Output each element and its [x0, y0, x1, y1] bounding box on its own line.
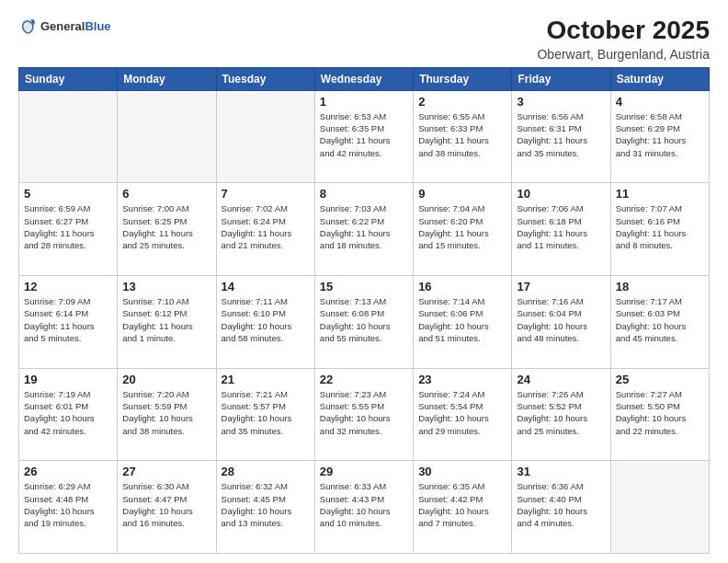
calendar-day-header: Sunday: [19, 67, 118, 90]
day-info: Sunrise: 7:06 AM Sunset: 6:18 PM Dayligh…: [517, 202, 605, 251]
calendar-day-cell: 6Sunrise: 7:00 AM Sunset: 6:25 PM Daylig…: [118, 183, 216, 276]
day-number: 27: [122, 465, 210, 478]
calendar-day-cell: [19, 90, 118, 183]
day-number: 24: [517, 373, 605, 386]
day-info: Sunrise: 7:16 AM Sunset: 6:04 PM Dayligh…: [517, 295, 605, 344]
day-number: 2: [418, 95, 506, 109]
day-info: Sunrise: 7:27 AM Sunset: 5:50 PM Dayligh…: [616, 388, 704, 437]
day-number: 7: [222, 187, 310, 201]
calendar-table: SundayMondayTuesdayWednesdayThursdayFrid…: [18, 67, 710, 554]
logo-text-block: GeneralBlue: [40, 17, 111, 34]
day-info: Sunrise: 7:14 AM Sunset: 6:06 PM Dayligh…: [418, 295, 506, 344]
calendar-day-cell: 5Sunrise: 6:59 AM Sunset: 6:27 PM Daylig…: [19, 183, 118, 276]
page: GeneralBlue October 2025 Oberwart, Burge…: [0, 0, 728, 563]
day-info: Sunrise: 7:21 AM Sunset: 5:57 PM Dayligh…: [222, 388, 310, 437]
calendar-day-cell: 10Sunrise: 7:06 AM Sunset: 6:18 PM Dayli…: [512, 183, 610, 276]
day-info: Sunrise: 7:03 AM Sunset: 6:22 PM Dayligh…: [320, 202, 408, 251]
day-number: 31: [517, 465, 605, 478]
day-info: Sunrise: 6:58 AM Sunset: 6:29 PM Dayligh…: [616, 110, 704, 159]
day-number: 21: [222, 373, 310, 386]
header: GeneralBlue October 2025 Oberwart, Burge…: [18, 17, 710, 62]
calendar-day-cell: 7Sunrise: 7:02 AM Sunset: 6:24 PM Daylig…: [216, 183, 314, 276]
day-number: 10: [517, 187, 605, 201]
subtitle: Oberwart, Burgenland, Austria: [537, 47, 710, 62]
day-number: 14: [222, 280, 310, 293]
calendar-day-cell: 1Sunrise: 6:53 AM Sunset: 6:35 PM Daylig…: [314, 90, 413, 183]
day-info: Sunrise: 7:02 AM Sunset: 6:24 PM Dayligh…: [222, 202, 310, 251]
day-number: 19: [24, 373, 112, 386]
calendar-week-row: 12Sunrise: 7:09 AM Sunset: 6:14 PM Dayli…: [19, 276, 710, 369]
day-info: Sunrise: 7:23 AM Sunset: 5:55 PM Dayligh…: [320, 388, 408, 437]
day-info: Sunrise: 7:26 AM Sunset: 5:52 PM Dayligh…: [517, 388, 605, 437]
calendar-day-header: Saturday: [610, 67, 709, 90]
calendar-day-cell: 13Sunrise: 7:10 AM Sunset: 6:12 PM Dayli…: [118, 276, 216, 369]
calendar-day-cell: 3Sunrise: 6:56 AM Sunset: 6:31 PM Daylig…: [512, 90, 610, 183]
day-number: 4: [616, 95, 704, 109]
calendar-week-row: 26Sunrise: 6:29 AM Sunset: 4:48 PM Dayli…: [19, 461, 710, 554]
day-info: Sunrise: 7:11 AM Sunset: 6:10 PM Dayligh…: [222, 295, 310, 344]
day-number: 11: [616, 187, 704, 201]
day-info: Sunrise: 6:55 AM Sunset: 6:33 PM Dayligh…: [418, 110, 506, 159]
calendar-day-cell: 16Sunrise: 7:14 AM Sunset: 6:06 PM Dayli…: [414, 276, 512, 369]
day-info: Sunrise: 7:07 AM Sunset: 6:16 PM Dayligh…: [616, 202, 704, 251]
day-number: 12: [24, 280, 112, 293]
day-info: Sunrise: 6:32 AM Sunset: 4:45 PM Dayligh…: [222, 480, 310, 529]
day-info: Sunrise: 6:29 AM Sunset: 4:48 PM Dayligh…: [24, 480, 112, 529]
calendar-day-cell: 2Sunrise: 6:55 AM Sunset: 6:33 PM Daylig…: [414, 90, 512, 183]
day-info: Sunrise: 7:24 AM Sunset: 5:54 PM Dayligh…: [418, 388, 506, 437]
day-info: Sunrise: 6:33 AM Sunset: 4:43 PM Dayligh…: [320, 480, 408, 529]
calendar-day-header: Thursday: [414, 67, 512, 90]
calendar-day-cell: 26Sunrise: 6:29 AM Sunset: 4:48 PM Dayli…: [19, 461, 118, 554]
day-number: 3: [517, 95, 605, 109]
day-info: Sunrise: 7:04 AM Sunset: 6:20 PM Dayligh…: [418, 202, 506, 251]
calendar-day-cell: 23Sunrise: 7:24 AM Sunset: 5:54 PM Dayli…: [414, 368, 512, 461]
day-number: 22: [320, 373, 408, 386]
day-info: Sunrise: 6:36 AM Sunset: 4:40 PM Dayligh…: [517, 480, 605, 529]
day-info: Sunrise: 7:09 AM Sunset: 6:14 PM Dayligh…: [24, 295, 112, 344]
calendar-day-cell: 28Sunrise: 6:32 AM Sunset: 4:45 PM Dayli…: [216, 461, 314, 554]
day-number: 6: [122, 187, 210, 201]
day-number: 1: [320, 95, 408, 109]
calendar-day-cell: 29Sunrise: 6:33 AM Sunset: 4:43 PM Dayli…: [314, 461, 413, 554]
calendar-day-cell: 4Sunrise: 6:58 AM Sunset: 6:29 PM Daylig…: [610, 90, 709, 183]
calendar-day-cell: 20Sunrise: 7:20 AM Sunset: 5:59 PM Dayli…: [118, 368, 216, 461]
calendar-day-header: Tuesday: [216, 67, 314, 90]
calendar-day-cell: [610, 461, 709, 554]
day-number: 17: [517, 280, 605, 293]
calendar-day-cell: 18Sunrise: 7:17 AM Sunset: 6:03 PM Dayli…: [610, 276, 709, 369]
day-info: Sunrise: 7:13 AM Sunset: 6:08 PM Dayligh…: [320, 295, 408, 344]
calendar-day-cell: 19Sunrise: 7:19 AM Sunset: 6:01 PM Dayli…: [19, 368, 118, 461]
day-info: Sunrise: 6:59 AM Sunset: 6:27 PM Dayligh…: [24, 202, 112, 251]
calendar-week-row: 5Sunrise: 6:59 AM Sunset: 6:27 PM Daylig…: [19, 183, 710, 276]
calendar-day-cell: 12Sunrise: 7:09 AM Sunset: 6:14 PM Dayli…: [19, 276, 118, 369]
day-info: Sunrise: 7:00 AM Sunset: 6:25 PM Dayligh…: [122, 202, 210, 251]
day-number: 23: [418, 373, 506, 386]
calendar-day-header: Friday: [512, 67, 610, 90]
day-number: 8: [320, 187, 408, 201]
day-number: 20: [122, 373, 210, 386]
calendar-day-cell: 30Sunrise: 6:35 AM Sunset: 4:42 PM Dayli…: [414, 461, 512, 554]
day-number: 26: [24, 465, 112, 478]
day-number: 18: [616, 280, 704, 293]
calendar-header-row: SundayMondayTuesdayWednesdayThursdayFrid…: [19, 67, 710, 90]
day-number: 5: [24, 187, 112, 201]
day-number: 28: [222, 465, 310, 478]
day-info: Sunrise: 7:20 AM Sunset: 5:59 PM Dayligh…: [122, 388, 210, 437]
calendar-day-header: Wednesday: [314, 67, 413, 90]
calendar-day-cell: 27Sunrise: 6:30 AM Sunset: 4:47 PM Dayli…: [118, 461, 216, 554]
calendar-day-cell: 25Sunrise: 7:27 AM Sunset: 5:50 PM Dayli…: [610, 368, 709, 461]
day-info: Sunrise: 6:53 AM Sunset: 6:35 PM Dayligh…: [320, 110, 408, 159]
day-info: Sunrise: 6:35 AM Sunset: 4:42 PM Dayligh…: [418, 480, 506, 529]
calendar-day-cell: 17Sunrise: 7:16 AM Sunset: 6:04 PM Dayli…: [512, 276, 610, 369]
calendar-day-cell: 22Sunrise: 7:23 AM Sunset: 5:55 PM Dayli…: [314, 368, 413, 461]
calendar-day-cell: 15Sunrise: 7:13 AM Sunset: 6:08 PM Dayli…: [314, 276, 413, 369]
day-info: Sunrise: 6:30 AM Sunset: 4:47 PM Dayligh…: [122, 480, 210, 529]
calendar-day-cell: 21Sunrise: 7:21 AM Sunset: 5:57 PM Dayli…: [216, 368, 314, 461]
calendar-day-cell: [118, 90, 216, 183]
calendar-day-cell: 8Sunrise: 7:03 AM Sunset: 6:22 PM Daylig…: [314, 183, 413, 276]
calendar-week-row: 19Sunrise: 7:19 AM Sunset: 6:01 PM Dayli…: [19, 368, 710, 461]
logo-icon: [18, 17, 37, 35]
day-number: 13: [122, 280, 210, 293]
logo-general: GeneralBlue: [40, 17, 111, 34]
calendar-day-cell: 14Sunrise: 7:11 AM Sunset: 6:10 PM Dayli…: [216, 276, 314, 369]
